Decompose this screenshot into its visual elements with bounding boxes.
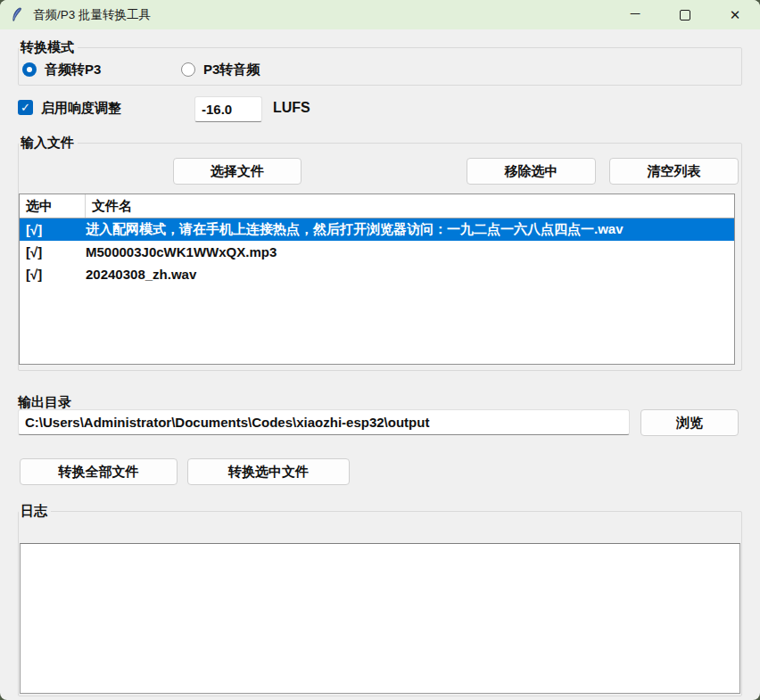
- clear-list-button[interactable]: 清空列表: [609, 158, 739, 185]
- lufs-input[interactable]: [194, 96, 262, 122]
- file-row[interactable]: [√] M500003J0cWK1WWxQX.mp3: [20, 241, 734, 263]
- input-files-label: 输入文件: [19, 135, 78, 152]
- file-row[interactable]: [√] 进入配网模式，请在手机上连接热点，然后打开浏览器访问：一九二点一六八点四…: [20, 218, 734, 241]
- close-button[interactable]: ✕: [710, 0, 760, 29]
- minimize-icon: ─: [631, 6, 640, 20]
- radio-audio-to-p3[interactable]: 音频转P3: [22, 62, 101, 78]
- radio-unselected-icon: [181, 62, 195, 77]
- loudness-checkbox-label[interactable]: 启用响度调整: [41, 100, 121, 117]
- window-title: 音频/P3 批量转换工具: [33, 7, 151, 23]
- convert-all-button[interactable]: 转换全部文件: [20, 458, 178, 485]
- maximize-icon: [680, 10, 690, 21]
- file-name-cell: M500003J0cWK1WWxQX.mp3: [86, 244, 734, 259]
- close-icon: ✕: [730, 8, 741, 21]
- log-groupbox: 日志: [18, 503, 742, 696]
- file-name-cell: 20240308_zh.wav: [86, 267, 734, 282]
- file-list-table: 选中 文件名 [√] 进入配网模式，请在手机上连接热点，然后打开浏览器访问：一九…: [19, 194, 735, 365]
- loudness-checkbox[interactable]: ✓: [18, 100, 33, 115]
- radio-selected-icon: [22, 62, 37, 77]
- convert-selected-button[interactable]: 转换选中文件: [187, 458, 350, 485]
- mode-group-label: 转换模式: [19, 39, 78, 56]
- maximize-button[interactable]: [660, 0, 710, 29]
- log-textarea[interactable]: [20, 543, 740, 694]
- tk-feather-icon: [10, 7, 25, 22]
- browse-button[interactable]: 浏览: [640, 409, 739, 436]
- file-checked-cell: [√]: [20, 222, 86, 237]
- mode-groupbox: 转换模式: [18, 39, 742, 86]
- title-bar: 音频/P3 批量转换工具 ─ ✕: [0, 0, 760, 29]
- output-dir-input[interactable]: [18, 409, 630, 435]
- file-checked-cell: [√]: [20, 244, 86, 259]
- file-row[interactable]: [√] 20240308_zh.wav: [20, 263, 734, 285]
- remove-selected-button[interactable]: 移除选中: [467, 158, 596, 185]
- app-window: 音频/P3 批量转换工具 ─ ✕ 转换模式 音频转P3 P3转音频 ✓ 启用响度…: [0, 0, 760, 700]
- column-header-checked[interactable]: 选中: [20, 194, 86, 218]
- radio-p3-to-audio[interactable]: P3转音频: [181, 62, 260, 78]
- log-label: 日志: [19, 503, 51, 520]
- check-icon: ✓: [21, 101, 30, 114]
- minimize-button[interactable]: ─: [610, 0, 660, 29]
- lufs-unit-label: LUFS: [273, 100, 310, 116]
- select-files-button[interactable]: 选择文件: [173, 158, 302, 185]
- file-list-header: 选中 文件名: [20, 194, 734, 218]
- file-checked-cell: [√]: [20, 267, 86, 282]
- column-header-filename[interactable]: 文件名: [86, 194, 734, 218]
- file-name-cell: 进入配网模式，请在手机上连接热点，然后打开浏览器访问：一九二点一六八点四点一.w…: [86, 221, 734, 238]
